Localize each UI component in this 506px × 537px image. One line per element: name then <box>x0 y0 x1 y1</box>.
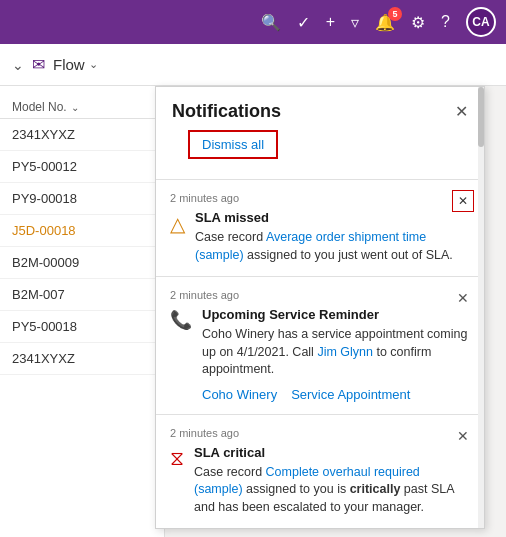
notif-body: ⧖ SLA critical Case record Complete over… <box>170 445 470 517</box>
notif-timestamp: 2 minutes ago <box>170 427 470 439</box>
flow-text: Flow <box>53 56 85 73</box>
collapse-chevron[interactable]: ⌄ <box>12 57 24 73</box>
new-record-icon[interactable]: + <box>326 13 335 31</box>
notifications-list: 2 minutes ago ✕ △ SLA missed Case record… <box>156 179 484 528</box>
tasks-icon[interactable]: ✓ <box>297 13 310 32</box>
flow-icon: ✉ <box>32 55 45 74</box>
list-item[interactable]: 2341XYXZ <box>0 119 164 151</box>
notif-timestamp: 2 minutes ago <box>170 289 470 301</box>
notif-text: Coho Winery has a service appointment co… <box>202 326 470 379</box>
scrollbar-track <box>478 87 484 528</box>
coho-winery-link[interactable]: Coho Winery <box>202 387 277 402</box>
notif-body: 📞 Upcoming Service Reminder Coho Winery … <box>170 307 470 402</box>
critical-icon: ⧖ <box>170 447 184 470</box>
sla-missed-link[interactable]: Average order shipment time (sample) <box>195 230 426 262</box>
avatar[interactable]: CA <box>466 7 496 37</box>
warning-icon: △ <box>170 212 185 236</box>
notif-links-row: Coho Winery Service Appointment <box>202 387 470 402</box>
notif-content: SLA critical Case record Complete overha… <box>194 445 470 517</box>
list-item[interactable]: PY5-00012 <box>0 151 164 183</box>
flow-label: Flow ⌄ <box>53 56 98 73</box>
notif-text: Case record Average order shipment time … <box>195 229 470 264</box>
top-navigation-bar: 🔍 ✓ + ▿ 🔔 5 ⚙ ? CA <box>0 0 506 44</box>
dismiss-service-reminder-button[interactable]: ✕ <box>452 287 474 309</box>
notif-text: Case record Complete overhaul required (… <box>194 464 470 517</box>
notifications-title: Notifications <box>172 101 281 122</box>
sort-icon[interactable]: ⌄ <box>71 102 79 113</box>
records-list: Model No. ⌄ 2341XYXZ PY5-00012 PY9-00018… <box>0 86 165 537</box>
notif-body: △ SLA missed Case record Average order s… <box>170 210 470 264</box>
search-icon[interactable]: 🔍 <box>261 13 281 32</box>
list-item[interactable]: B2M-00009 <box>0 247 164 279</box>
list-column-header: Model No. ⌄ <box>0 96 164 119</box>
service-appointment-link[interactable]: Service Appointment <box>291 387 410 402</box>
notifications-panel: Notifications ✕ Dismiss all 2 minutes ag… <box>155 86 485 529</box>
notifications-header: Notifications ✕ <box>156 87 484 130</box>
list-item[interactable]: PY9-00018 <box>0 183 164 215</box>
phone-icon: 📞 <box>170 309 192 331</box>
notification-sla-critical: 2 minutes ago ✕ ⧖ SLA critical Case reco… <box>156 414 484 529</box>
notification-badge: 5 <box>388 7 402 21</box>
filter-icon[interactable]: ▿ <box>351 13 359 32</box>
dismiss-sla-critical-button[interactable]: ✕ <box>452 425 474 447</box>
list-item[interactable]: 2341XYXZ <box>0 343 164 375</box>
close-notifications-button[interactable]: ✕ <box>455 104 468 120</box>
list-item[interactable]: PY5-00018 <box>0 311 164 343</box>
dismiss-all-wrapper: Dismiss all <box>172 130 468 169</box>
notif-subject: SLA missed <box>195 210 470 225</box>
notification-sla-missed: 2 minutes ago ✕ △ SLA missed Case record… <box>156 179 484 276</box>
dismiss-sla-missed-button[interactable]: ✕ <box>452 190 474 212</box>
notif-content: SLA missed Case record Average order shi… <box>195 210 470 264</box>
settings-icon[interactable]: ⚙ <box>411 13 425 32</box>
jim-glynn-link[interactable]: Jim Glynn <box>317 345 373 359</box>
help-icon[interactable]: ? <box>441 13 450 31</box>
notif-subject: Upcoming Service Reminder <box>202 307 470 322</box>
dismiss-all-button[interactable]: Dismiss all <box>188 130 278 159</box>
notification-service-reminder: 2 minutes ago ✕ 📞 Upcoming Service Remin… <box>156 276 484 414</box>
flow-chevron-icon[interactable]: ⌄ <box>89 58 98 71</box>
model-no-header: Model No. <box>12 100 67 114</box>
notif-timestamp: 2 minutes ago <box>170 192 470 204</box>
notifications-icon[interactable]: 🔔 5 <box>375 13 395 32</box>
list-item[interactable]: B2M-007 <box>0 279 164 311</box>
notif-subject: SLA critical <box>194 445 470 460</box>
scrollbar-thumb[interactable] <box>478 87 484 147</box>
list-item[interactable]: J5D-00018 <box>0 215 164 247</box>
main-content: Model No. ⌄ 2341XYXZ PY5-00012 PY9-00018… <box>0 86 506 537</box>
notif-content: Upcoming Service Reminder Coho Winery ha… <box>202 307 470 402</box>
sub-navigation: ⌄ ✉ Flow ⌄ <box>0 44 506 86</box>
